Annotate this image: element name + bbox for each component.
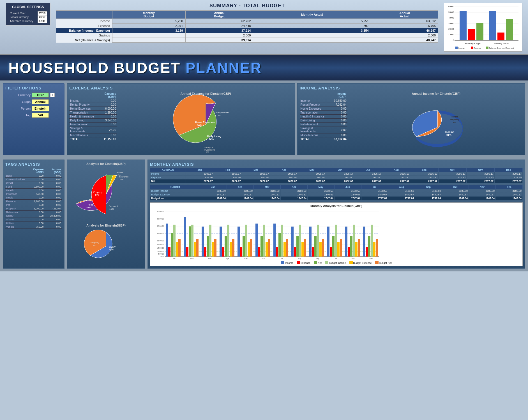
svg-text:Investments: Investments xyxy=(204,149,215,151)
expense-analysis-panel: EXPENSE ANALYSIS Expense (GBP) Income0.0… xyxy=(67,83,295,155)
tag-value[interactable]: *All xyxy=(32,113,49,118)
svg-rect-122 xyxy=(296,236,299,257)
table-row: Food2,600.000.00 xyxy=(5,185,62,189)
income-analysis-inner: Income (GBP) Income30,350.00Rental Prope… xyxy=(300,92,523,153)
svg-rect-121 xyxy=(294,247,296,257)
income-pie-svg: Income 81% Rental Property 19% xyxy=(404,96,468,153)
graph-value[interactable]: Annual xyxy=(32,99,49,104)
svg-rect-26 xyxy=(486,47,488,49)
svg-text:34%: 34% xyxy=(209,138,214,140)
svg-text:6,000: 6,000 xyxy=(448,5,454,8)
row1: FILTER OPTIONS Currency GBP 1 Graph Annu… xyxy=(3,83,525,155)
svg-text:Dec: Dec xyxy=(370,258,373,260)
svg-text:500.00: 500.00 xyxy=(158,253,165,255)
expense-analysis-title: EXPENSE ANALYSIS xyxy=(69,86,292,90)
income-pie-chart-area: Annual Income for Einstein(GBP) In xyxy=(350,92,523,153)
table-row: Retirement0.000.00 xyxy=(5,211,62,214)
svg-rect-101 xyxy=(232,239,234,257)
summary-bar-chart-svg: 6,000 5,000 4,000 3,000 2,000 1,000 0 xyxy=(446,4,521,49)
svg-text:Home Expenses: Home Expenses xyxy=(195,121,215,124)
svg-rect-107 xyxy=(250,239,252,257)
svg-rect-123 xyxy=(299,225,301,257)
svg-rect-149 xyxy=(376,239,378,257)
svg-rect-18 xyxy=(497,33,504,40)
svg-text:81%: 81% xyxy=(109,248,114,251)
net-row: Net (Balance + Savings) 39,914 48,247 xyxy=(56,38,438,43)
svg-text:19%: 19% xyxy=(91,244,96,247)
income-analysis-title: INCOME ANALYSIS xyxy=(300,86,523,90)
svg-text:Monthly Actual: Monthly Actual xyxy=(494,42,509,45)
person-value[interactable]: Einstein xyxy=(32,106,49,111)
svg-rect-127 xyxy=(312,247,314,257)
svg-text:11%: 11% xyxy=(109,208,114,210)
svg-rect-85 xyxy=(186,247,188,257)
svg-rect-79 xyxy=(168,247,170,257)
svg-text:0: 0 xyxy=(453,39,454,41)
svg-rect-17 xyxy=(489,11,496,40)
svg-rect-120 xyxy=(291,227,294,257)
svg-rect-97 xyxy=(222,247,224,257)
title-blue: PLANNER xyxy=(186,60,262,76)
svg-text:3,000.00: 3,000.00 xyxy=(157,232,164,234)
svg-rect-89 xyxy=(196,239,199,257)
svg-text:2,000.00: 2,000.00 xyxy=(157,244,164,246)
svg-text:Property: Property xyxy=(450,118,459,121)
svg-rect-132 xyxy=(327,227,329,257)
svg-text:Mar: Mar xyxy=(208,258,212,260)
top-section: GLOBAL SETTINGS Current Year 2010 Local … xyxy=(0,0,528,55)
svg-rect-99 xyxy=(227,225,229,257)
svg-text:5,000: 5,000 xyxy=(448,11,454,13)
income-row: Income 5,230 62,762 5,251 63,012 xyxy=(56,19,438,24)
monthly-chart-title: Monthly Analysis for Einstein(GBP) xyxy=(152,204,521,207)
tags-table: Expense (GBP) Income (GBP) Bank0.000.00C… xyxy=(5,168,62,229)
svg-text:Sep: Sep xyxy=(316,258,319,260)
svg-text:Personal: Personal xyxy=(109,205,118,207)
expense-analysis-inner: Expense (GBP) Income0.00Rental Property0… xyxy=(69,92,292,153)
tag-filter-row: Tag *All xyxy=(5,113,62,118)
monthly-analysis-panel: MONTHLY ANALYSIS ACTUALS JanFebMar AprMa… xyxy=(147,160,525,269)
svg-rect-119 xyxy=(286,239,288,257)
svg-rect-133 xyxy=(330,247,332,257)
svg-rect-116 xyxy=(278,233,281,257)
col-monthly-budget: MonthlyBudget xyxy=(112,11,186,19)
svg-rect-100 xyxy=(230,242,232,257)
svg-rect-131 xyxy=(322,239,324,257)
svg-text:1,000.00: 1,000.00 xyxy=(157,250,164,252)
table-row: Salary0.0030,350.00 xyxy=(5,214,62,218)
row2: TAGS ANALYSIS Expense (GBP) Income (GBP)… xyxy=(3,157,525,269)
actuals-table: ACTUALS JanFebMar AprMayJun JulAugSep Oc… xyxy=(150,168,523,183)
expense-pie-chart-area: Annual Expense for Einstein(GBP) H xyxy=(119,92,292,153)
person-filter-row: Person Einstein xyxy=(5,106,62,111)
svg-rect-135 xyxy=(335,225,337,257)
income-pie-title: Annual Income for Einstein(GBP) xyxy=(412,92,460,95)
svg-rect-139 xyxy=(348,247,350,257)
tags-pie1-title: Analysis for Einstein(GBP) xyxy=(86,162,126,165)
svg-text:1,500.00: 1,500.00 xyxy=(157,247,164,249)
svg-rect-86 xyxy=(189,226,191,257)
svg-rect-90 xyxy=(202,227,204,257)
table-row: Communications0.000.00 xyxy=(5,178,62,181)
svg-text:Expense: Expense xyxy=(474,47,481,49)
svg-rect-109 xyxy=(258,247,260,257)
table-row: Utilities0.000.00 xyxy=(5,221,62,225)
svg-text:2,500.00: 2,500.00 xyxy=(157,240,164,242)
main-content: FILTER OPTIONS Currency GBP 1 Graph Annu… xyxy=(0,80,528,271)
svg-rect-24 xyxy=(471,47,473,49)
svg-rect-146 xyxy=(368,236,370,257)
global-settings-title: GLOBAL SETTINGS xyxy=(9,5,47,10)
table-row: Personal1,265.000.00 xyxy=(5,200,62,203)
savings-row: Savings 2,000 2,000 xyxy=(56,33,438,38)
tags-pie1-svg: Property 54% Food 23% Personal 11% Insur… xyxy=(72,169,140,221)
svg-rect-19 xyxy=(506,19,513,40)
svg-text:Jan: Jan xyxy=(172,258,175,260)
currency-value[interactable]: GBP xyxy=(32,93,49,98)
svg-text:5%: 5% xyxy=(120,178,123,181)
monthly-chart-container: Monthly Analysis for Einstein(GBP) 4,500… xyxy=(150,202,523,266)
income-analysis-panel: INCOME ANALYSIS Income (GBP) Income30,35… xyxy=(297,83,525,155)
filter-options-panel: FILTER OPTIONS Currency GBP 1 Graph Annu… xyxy=(3,83,64,155)
svg-text:Nov: Nov xyxy=(352,258,355,260)
svg-rect-143 xyxy=(358,239,360,257)
summary-table: MonthlyBudget AnnualBudget Monthly Actua… xyxy=(56,10,438,43)
svg-text:Property: Property xyxy=(93,191,103,193)
title-banner: HOUSEHOLD BUDGET PLANNER xyxy=(0,55,528,80)
